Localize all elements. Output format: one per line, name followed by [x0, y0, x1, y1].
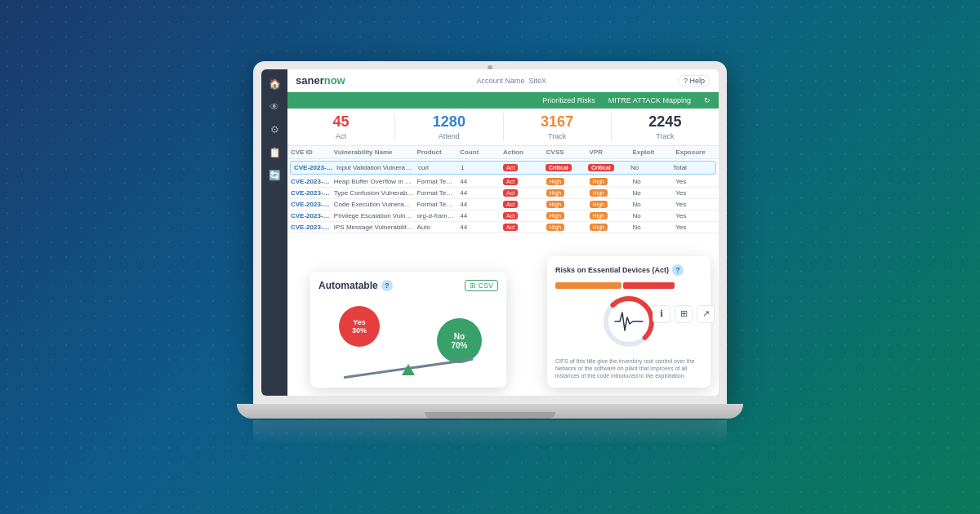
table-row[interactable]: CVE-2023-2222 Type Confusion Vulnerabili…	[287, 188, 719, 199]
table-row[interactable]: CVE-2023-3333 Code Execution Vulnerabili…	[287, 199, 719, 210]
stat-track-dark-number: 2245	[612, 113, 719, 131]
automatable-info-icon[interactable]: ?	[381, 280, 393, 291]
col-cve: CVE ID	[291, 148, 331, 156]
main-content: sanernow Account Name SiteX ? Help Prior…	[287, 69, 719, 396]
table-row[interactable]: CVE-2023-1111 Heap Buffer Overflow in Tw…	[287, 176, 719, 188]
row4-product: org-d-frame-1	[416, 212, 457, 219]
sidebar-item-refresh[interactable]: 🔄	[266, 167, 283, 184]
network-action-button[interactable]: ⊞	[675, 305, 693, 323]
help-button[interactable]: ? Help	[678, 75, 710, 86]
nav-bar: Prioritized Risks MITRE ATTACK Mapping ↻	[287, 92, 719, 109]
row5-action: Act	[503, 224, 543, 231]
row4-action: Act	[503, 212, 543, 219]
highlighted-exploit: No	[630, 164, 670, 171]
table-header: CVE ID Vulnerability Name Product Count …	[287, 146, 719, 159]
table-row[interactable]: CVE-2023-5555 IPS Message Vulnerability …	[287, 222, 719, 233]
row1-action: Act	[503, 178, 543, 185]
risk-description: CIFS of this title give the inventory ro…	[555, 357, 702, 379]
row1-exploit: No	[632, 178, 672, 185]
highlighted-name: Input Validation Vulnerability...	[336, 164, 415, 171]
app-ui: 🏠 👁 ⚙ 📋 🔄 sanernow Account Name	[261, 69, 719, 396]
row4-exploit: No	[632, 212, 672, 219]
highlighted-product: curl	[418, 164, 457, 171]
stat-attend-label: Attend	[395, 132, 502, 140]
col-action: Action	[503, 148, 543, 156]
laptop-base	[237, 404, 743, 419]
highlighted-table-row[interactable]: CVE-2023-36884 Input Validation Vulnerab…	[290, 161, 716, 175]
row3-exploit: No	[632, 201, 672, 208]
row5-cve: CVE-2023-5555	[291, 224, 331, 231]
row1-name: Heap Buffer Overflow in Twitter Twemproj…	[334, 178, 414, 185]
row1-exposure: Yes	[675, 178, 715, 185]
sidebar-item-list[interactable]: 📋	[266, 144, 283, 161]
csv-button[interactable]: ⊞ CSV	[465, 280, 498, 291]
row1-count: 44	[460, 178, 500, 185]
highlighted-cvss: Critical	[546, 164, 585, 171]
row2-action: Act	[503, 189, 543, 197]
screen-inner: 🏠 👁 ⚙ 📋 🔄 sanernow Account Name	[261, 69, 719, 396]
row4-count: 44	[460, 212, 500, 219]
table-row[interactable]: CVE-2023-4444 Privilege Escalation Vulne…	[287, 210, 719, 222]
risks-title: Risks on Essential Devices (Act) ?	[555, 264, 684, 276]
risks-info-icon[interactable]: ?	[672, 264, 684, 276]
row2-cvss: High	[546, 189, 586, 197]
highlighted-vpr: Critical	[588, 164, 627, 171]
top-header: sanernow Account Name SiteX ? Help	[287, 69, 719, 92]
stat-act[interactable]: 45 Act	[287, 113, 395, 140]
row5-exposure: Yes	[675, 224, 715, 231]
stat-track-orange-label: Track	[504, 132, 611, 140]
row4-name: Privilege Escalation Vulnerability in or…	[334, 212, 414, 219]
col-exploit: Exploit	[632, 148, 672, 156]
sidebar-item-settings[interactable]: ⚙	[266, 122, 283, 138]
row5-vpr: High	[590, 224, 630, 231]
row4-exposure: Yes	[675, 212, 715, 219]
risk-bar-high	[555, 282, 621, 289]
row4-cve: CVE-2023-4444	[291, 212, 331, 219]
stat-track-orange[interactable]: 3167 Track	[504, 113, 612, 140]
row3-action: Act	[503, 201, 543, 208]
donut-svg	[600, 293, 657, 350]
col-count: Count	[460, 148, 500, 156]
stat-attend-number: 1280	[395, 113, 502, 131]
stat-track-dark[interactable]: 2245 Track	[612, 113, 719, 140]
row1-vpr: High	[590, 178, 630, 185]
row2-exploit: No	[632, 189, 672, 197]
row5-cvss: High	[546, 224, 586, 231]
info-action-button[interactable]: ℹ	[653, 305, 670, 323]
col-name: Vulnerability Name	[334, 148, 414, 156]
risk-bar-critical	[623, 282, 675, 289]
row1-cvss: High	[546, 178, 586, 185]
nav-refresh-icon[interactable]: ↻	[704, 96, 710, 104]
highlighted-action: Act	[503, 164, 542, 171]
row3-cve: CVE-2023-3333	[291, 201, 331, 208]
laptop-container: 🏠 👁 ⚙ 📋 🔄 sanernow Account Name	[237, 61, 743, 453]
risks-header: Risks on Essential Devices (Act) ?	[555, 264, 702, 276]
row1-product: Format Templat...	[416, 178, 457, 185]
automatable-panel: Automatable ? ⊞ CSV Yes 30%	[310, 272, 506, 388]
sidebar-item-home[interactable]: 🏠	[266, 76, 283, 92]
sidebar-item-eye[interactable]: 👁	[266, 99, 283, 115]
highlighted-count: 1	[461, 164, 500, 171]
row1-cve: CVE-2023-1111	[291, 178, 331, 185]
nav-prioritized-risks[interactable]: Prioritized Risks	[542, 96, 595, 104]
stat-act-label: Act	[287, 132, 394, 140]
row2-name: Type Confusion Vulnerability in Google C…	[334, 189, 414, 197]
seesaw-chart: Yes 30% No 70%	[318, 298, 498, 379]
row5-count: 44	[460, 224, 500, 231]
highlighted-exposure: Total	[673, 164, 712, 171]
seesaw-no-circle: No 70%	[437, 318, 482, 363]
nav-mitre-attack[interactable]: MITRE ATTACK Mapping	[608, 96, 691, 104]
risk-bar	[555, 282, 702, 289]
row2-cve: CVE-2023-2222	[291, 189, 331, 197]
laptop-reflection	[253, 420, 727, 445]
laptop-screen: 🏠 👁 ⚙ 📋 🔄 sanernow Account Name	[253, 61, 727, 404]
col-vpr: VPR	[590, 148, 630, 156]
row5-product: Auto	[416, 224, 457, 231]
seesaw-fulcrum	[402, 364, 415, 375]
automatable-title: Automatable ?	[318, 280, 393, 291]
row3-cvss: High	[546, 201, 586, 208]
stat-attend[interactable]: 1280 Attend	[395, 113, 503, 140]
row3-count: 44	[460, 201, 500, 208]
export-action-button[interactable]: ↗	[697, 305, 715, 323]
row2-exposure: Yes	[675, 189, 715, 197]
